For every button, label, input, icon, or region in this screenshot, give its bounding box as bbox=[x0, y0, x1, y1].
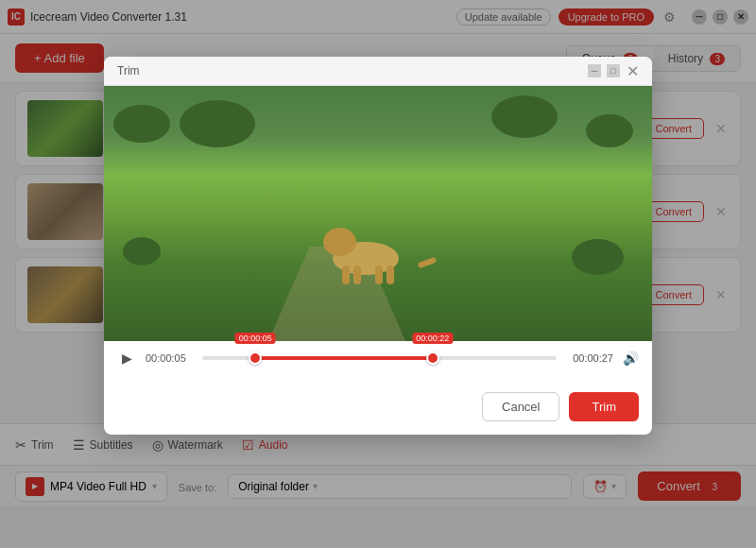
timeline-track[interactable]: 00:00:05 00:00:22 bbox=[202, 356, 557, 360]
modal-header: Trim ─ □ ✕ bbox=[104, 57, 652, 86]
bush-1 bbox=[113, 105, 170, 143]
timeline-fill bbox=[255, 356, 433, 360]
lion-leg-3 bbox=[375, 265, 383, 284]
lion-leg-1 bbox=[342, 265, 350, 284]
modal-minimize-button[interactable]: ─ bbox=[588, 64, 601, 77]
bush-4 bbox=[491, 95, 558, 138]
start-handle-label: 00:00:05 bbox=[235, 333, 276, 344]
lion-figure bbox=[323, 209, 437, 284]
bush-3 bbox=[586, 114, 633, 147]
total-time-display: 00:00:27 bbox=[566, 352, 613, 364]
cancel-button[interactable]: Cancel bbox=[482, 392, 559, 421]
trim-modal: Trim ─ □ ✕ bbox=[104, 57, 652, 435]
end-handle-label: 00:00:22 bbox=[412, 333, 453, 344]
current-time-display: 00:00:05 bbox=[146, 352, 193, 364]
bush-6 bbox=[572, 239, 624, 275]
modal-overlay: Trim ─ □ ✕ bbox=[0, 0, 756, 548]
lion-leg-2 bbox=[353, 265, 361, 284]
trim-confirm-button[interactable]: Trim bbox=[569, 392, 639, 421]
end-handle[interactable]: 00:00:22 bbox=[426, 351, 439, 365]
lion-head bbox=[323, 228, 356, 256]
video-preview bbox=[104, 86, 652, 341]
start-handle[interactable]: 00:00:05 bbox=[249, 351, 262, 365]
modal-footer: Cancel Trim bbox=[104, 386, 652, 435]
play-button[interactable]: ▶ bbox=[117, 351, 136, 366]
modal-window-controls: ─ □ ✕ bbox=[588, 64, 639, 77]
modal-close-button[interactable]: ✕ bbox=[626, 64, 639, 77]
modal-maximize-button[interactable]: □ bbox=[607, 64, 620, 77]
modal-title: Trim bbox=[117, 64, 140, 77]
lion-tail bbox=[418, 257, 438, 268]
volume-icon[interactable]: 🔊 bbox=[623, 351, 639, 366]
bush-2 bbox=[180, 100, 255, 147]
timeline-row: ▶ 00:00:05 00:00:05 00:00:22 00:00:27 🔊 bbox=[117, 351, 639, 366]
bush-5 bbox=[123, 237, 161, 265]
lion-leg-4 bbox=[387, 265, 394, 284]
trim-controls: ▶ 00:00:05 00:00:05 00:00:22 00:00:27 🔊 bbox=[104, 341, 652, 386]
